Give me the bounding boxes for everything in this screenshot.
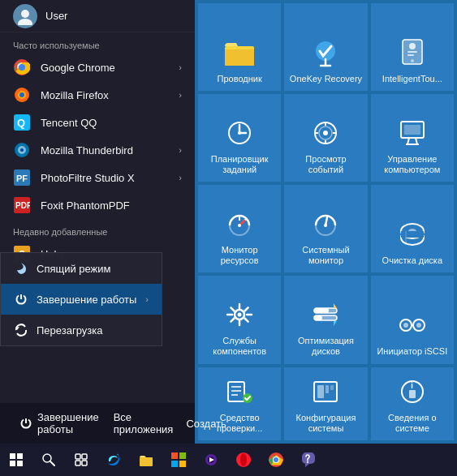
tile-resource-monitor[interactable]: Монитор ресурсов xyxy=(198,185,281,272)
tiles-panel: Проводник OneKey Recovery xyxy=(195,0,457,444)
tile-events[interactable]: Просмотр событий xyxy=(284,94,367,182)
svg-point-7 xyxy=(19,92,24,97)
svg-point-29 xyxy=(238,131,241,135)
tile-touch-label: IntelligentTou... xyxy=(382,74,442,84)
tile-events-label: Просмотр событий xyxy=(287,154,364,175)
svg-point-37 xyxy=(238,224,241,227)
taskbar-edge[interactable] xyxy=(97,444,130,476)
task-view-button[interactable] xyxy=(65,444,97,476)
thunderbird-icon xyxy=(13,141,31,159)
avatar xyxy=(13,4,37,28)
shutdown-label: Завершение работы xyxy=(37,294,136,306)
svg-point-84 xyxy=(240,453,247,466)
app-qq[interactable]: Q Tencent QQ xyxy=(0,109,195,136)
svg-rect-62 xyxy=(330,385,334,390)
tile-services-label: Службы компонентов xyxy=(201,336,278,357)
shutdown-option[interactable]: Завершение работы › xyxy=(1,284,162,315)
frequent-section-label: Часто используемые xyxy=(0,32,195,54)
tile-computer-mgmt[interactable]: Управление компьютером xyxy=(371,94,454,182)
app-firefox-arrow: › xyxy=(179,90,182,100)
app-chrome[interactable]: Google Chrome › xyxy=(0,54,195,81)
tile-check-tool-icon xyxy=(222,374,257,410)
app-foxit[interactable]: PDF Foxit PhantomPDF xyxy=(0,191,195,219)
taskbar-opera[interactable] xyxy=(227,444,260,476)
tile-resource-monitor-icon xyxy=(222,206,257,242)
svg-rect-78 xyxy=(179,452,186,459)
svg-rect-21 xyxy=(225,49,254,66)
tile-onekey-label: OneKey Recovery xyxy=(290,74,362,84)
tile-sys-info-label: Сведения о системе xyxy=(374,413,451,434)
all-apps-label: Все приложения xyxy=(114,411,174,435)
app-firefox[interactable]: Mozilla Firefox › xyxy=(0,81,195,109)
foxit-icon: PDF xyxy=(13,196,31,214)
tile-touch[interactable]: IntelligentTou... xyxy=(371,3,454,91)
tile-disk-opt-label: Оптимизация дисков xyxy=(287,336,364,357)
sleep-option[interactable]: Спящий режим xyxy=(1,253,162,284)
tile-iscsi[interactable]: Инициатор iSCSI xyxy=(371,276,454,363)
taskbar-music[interactable] xyxy=(195,444,227,476)
tile-explorer[interactable]: Проводник xyxy=(198,3,281,91)
tile-onekey[interactable]: OneKey Recovery xyxy=(284,3,367,91)
firefox-icon xyxy=(13,86,31,104)
tile-sys-config[interactable]: Конфигурация системы xyxy=(284,367,367,440)
qq-icon: Q xyxy=(13,114,31,131)
svg-text:PF: PF xyxy=(16,174,28,183)
sleep-label: Спящий режим xyxy=(37,263,111,275)
chrome-icon xyxy=(13,58,31,76)
taskbar-viber[interactable] xyxy=(292,444,325,476)
tile-sys-info-icon: i xyxy=(394,374,430,410)
app-photofiltre[interactable]: PF PhotoFiltre Studio X › xyxy=(0,164,195,191)
svg-text:PDF: PDF xyxy=(15,201,30,210)
shutdown-arrow: › xyxy=(145,294,149,304)
power-button[interactable]: Завершение работы xyxy=(13,406,107,440)
svg-rect-34 xyxy=(404,125,420,135)
tile-disk-clean[interactable]: Очистка диска xyxy=(371,185,454,272)
app-thunderbird-arrow: › xyxy=(179,145,182,155)
taskbar-chrome[interactable] xyxy=(260,444,292,476)
svg-point-89 xyxy=(307,461,308,463)
photofiltre-icon: PF xyxy=(13,169,31,187)
tile-services[interactable]: Службы компонентов xyxy=(198,276,281,363)
tile-system-monitor-icon xyxy=(308,206,343,242)
all-apps-button[interactable]: Все приложения xyxy=(107,406,180,440)
tile-resource-monitor-label: Монитор ресурсов xyxy=(201,245,278,266)
left-panel: User Часто используемые xyxy=(0,0,195,444)
svg-point-87 xyxy=(274,457,278,462)
tile-services-icon xyxy=(222,297,257,332)
tile-computer-mgmt-icon xyxy=(394,115,430,151)
app-firefox-label: Mozilla Firefox xyxy=(41,89,109,101)
svg-point-55 xyxy=(403,323,408,328)
tile-onekey-icon xyxy=(308,35,343,71)
tile-system-monitor[interactable]: Системный монитор xyxy=(284,185,367,272)
create-button[interactable]: Создать xyxy=(179,413,232,435)
app-photofiltre-label: PhotoFiltre Studio X xyxy=(41,172,135,184)
tile-disk-clean-label: Очистка диска xyxy=(382,255,442,266)
app-thunderbird[interactable]: Mozilla Thunderbird › xyxy=(0,136,195,164)
restart-icon xyxy=(14,323,28,337)
svg-rect-79 xyxy=(171,461,178,467)
tile-explorer-label: Проводник xyxy=(218,74,262,84)
svg-rect-67 xyxy=(17,453,23,459)
taskbar-store[interactable] xyxy=(162,444,195,476)
username: User xyxy=(45,10,67,22)
app-qq-label: Tencent QQ xyxy=(41,117,97,129)
app-thunderbird-label: Mozilla Thunderbird xyxy=(41,144,133,157)
tile-disk-opt-icon xyxy=(308,297,343,332)
svg-rect-68 xyxy=(10,461,15,466)
svg-rect-25 xyxy=(407,51,417,53)
svg-point-56 xyxy=(416,323,421,328)
user-area[interactable]: User xyxy=(0,0,195,32)
taskbar-explorer[interactable] xyxy=(130,444,162,476)
svg-point-27 xyxy=(411,59,414,62)
svg-point-47 xyxy=(238,313,242,317)
tile-iscsi-label: Инициатор iSCSI xyxy=(377,346,447,357)
shutdown-icon xyxy=(14,292,28,307)
tile-scheduler[interactable]: Планировщик заданий xyxy=(198,94,281,182)
restart-option[interactable]: Перезагрузка xyxy=(1,315,162,345)
tile-sys-info[interactable]: i Сведения о системе xyxy=(371,367,454,440)
search-button[interactable] xyxy=(32,444,65,476)
start-button[interactable] xyxy=(0,444,32,476)
tile-explorer-icon xyxy=(222,35,257,71)
taskbar xyxy=(0,444,457,476)
tile-disk-opt[interactable]: Оптимизация дисков xyxy=(284,276,367,363)
